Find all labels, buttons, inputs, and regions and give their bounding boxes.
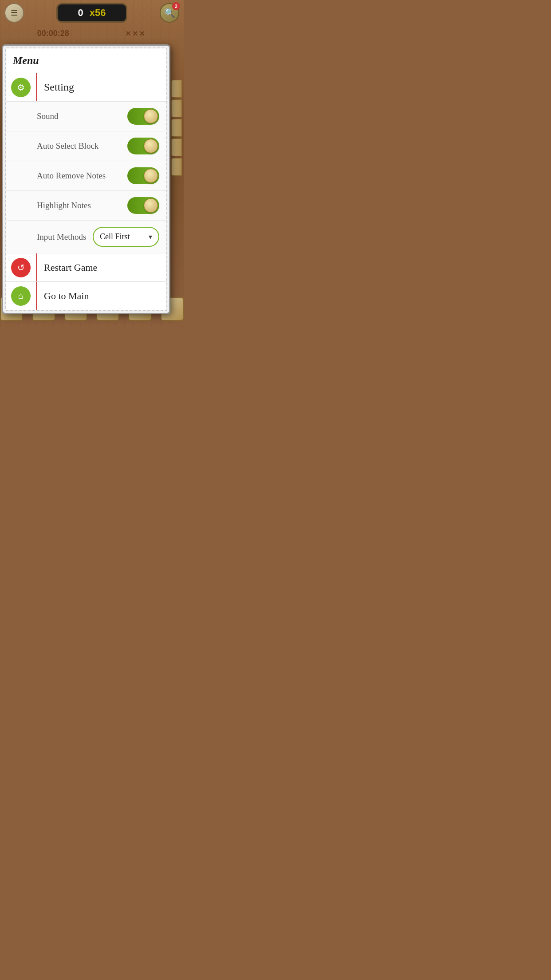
setting-icon-circle: ⚙ — [11, 78, 31, 97]
highlight-notes-knob — [144, 198, 158, 213]
highlight-notes-toggle[interactable] — [127, 197, 159, 214]
setting-header-row: ⚙ Setting — [6, 73, 166, 102]
modal-inner: Menu ✕ ⚙ Setting — [5, 47, 167, 311]
go-to-main-item[interactable]: ⌂ Go to Main — [6, 282, 166, 310]
auto-select-block-knob — [144, 139, 158, 153]
auto-remove-notes-toggle[interactable] — [127, 167, 159, 184]
auto-remove-notes-label: Auto Remove Notes — [37, 171, 127, 181]
modal-title: Menu — [13, 55, 39, 66]
sound-toggle-knob — [144, 109, 158, 123]
modal-overlay: Menu ✕ ⚙ Setting — [0, 0, 184, 327]
home-icon-circle: ⌂ — [11, 286, 31, 306]
auto-select-block-toggle[interactable] — [127, 138, 159, 154]
input-methods-dropdown[interactable]: Cell First ▾ — [93, 227, 159, 247]
home-icon: ⌂ — [18, 291, 24, 301]
auto-select-block-label: Auto Select Block — [37, 141, 127, 151]
input-methods-label: Input Methods — [37, 232, 93, 242]
settings-section: ⚙ Setting Sound Auto Select Blo — [6, 73, 166, 253]
auto-select-block-row: Auto Select Block — [6, 131, 166, 161]
restart-icon-col: ↺ — [6, 253, 37, 281]
highlight-notes-label: Highlight Notes — [37, 201, 127, 210]
sound-row: Sound — [6, 102, 166, 131]
go-to-main-label: Go to Main — [44, 290, 89, 301]
input-methods-value: Cell First — [100, 232, 130, 241]
restart-icon-circle: ↺ — [11, 258, 31, 277]
home-icon-col: ⌂ — [6, 282, 37, 310]
highlight-notes-row: Highlight Notes — [6, 191, 166, 221]
chevron-down-icon: ▾ — [149, 233, 152, 241]
sound-toggle[interactable] — [127, 108, 159, 125]
menu-modal: Menu ✕ ⚙ Setting — [2, 44, 170, 314]
auto-remove-notes-knob — [144, 169, 158, 183]
setting-label-col: Setting — [37, 74, 166, 100]
home-label-col: Go to Main — [37, 283, 166, 309]
gear-icon: ⚙ — [17, 82, 25, 93]
restart-label-col: Restart Game — [37, 255, 166, 281]
sound-label: Sound — [37, 111, 127, 121]
restart-game-item[interactable]: ↺ Restart Game — [6, 253, 166, 282]
setting-icon-col: ⚙ — [6, 73, 37, 101]
modal-header: Menu ✕ — [6, 48, 166, 73]
auto-remove-notes-row: Auto Remove Notes — [6, 161, 166, 191]
input-methods-row: Input Methods Cell First ▾ — [6, 221, 166, 253]
restart-icon: ↺ — [17, 262, 25, 273]
restart-game-label: Restart Game — [44, 262, 97, 273]
setting-title: Setting — [44, 81, 74, 93]
close-button[interactable]: ✕ — [166, 48, 167, 71]
